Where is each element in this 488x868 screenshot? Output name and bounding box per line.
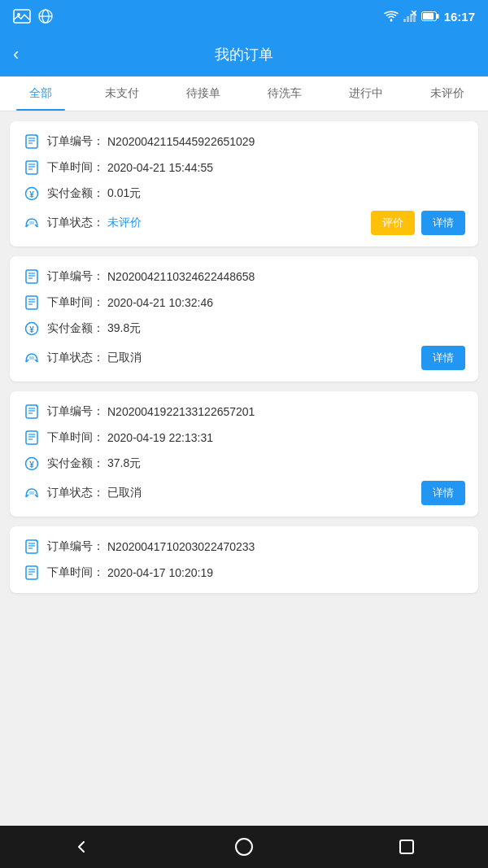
order-no-value-4: N2020041710203022470233 [107,540,255,553]
order-status-value-3: 已取消 [107,486,142,500]
order-row-time-3: 下单时间： 2020-04-19 22:13:31 [23,429,465,447]
battery-icon [421,11,439,21]
svg-text:¥: ¥ [29,460,34,469]
order-list: 订单编号： N2020042115445922651029 下单时间： 2020… [0,111,488,826]
order-time-value-4: 2020-04-17 10:20:19 [107,566,213,579]
tab-bar: 全部 未支付 待接单 待洗车 进行中 未评价 [0,76,488,111]
svg-rect-32 [26,296,37,309]
svg-rect-61 [400,840,413,853]
nav-back-button[interactable] [67,832,96,861]
status-bar-right: 16:17 [384,10,475,24]
status-bar: 16:17 [0,0,488,33]
order-row-time-2: 下单时间： 2020-04-21 10:32:46 [23,294,465,312]
order-amount-value-3: 37.8元 [107,456,141,471]
order-time-label-1: 下单时间： [47,160,104,175]
svg-rect-44 [26,431,37,444]
tab-pending-accept[interactable]: 待接单 [163,76,244,111]
order-row-status-1: 订单状态： 未评价 评价 详情 [23,211,465,235]
review-button-1[interactable]: 评价 [371,211,415,235]
order-no-label-3: 订单编号： [47,404,104,419]
order-time-label-3: 下单时间： [47,430,104,445]
svg-text:¥: ¥ [29,190,34,199]
tab-in-progress[interactable]: 进行中 [325,76,407,111]
time-display: 16:17 [444,10,475,24]
order-status-value-1: 未评价 [107,216,142,230]
nav-recent-icon [397,837,416,857]
order-amount-icon-2: ¥ [23,320,41,338]
order-no-label-1: 订单编号： [47,134,104,149]
order-status-value-2: 已取消 [107,351,142,365]
order-time-value-3: 2020-04-19 22:13:31 [107,431,213,444]
order-no-value-3: N2020041922133122657201 [107,405,255,418]
order-no-icon-3 [23,403,41,421]
order-row-no-3: 订单编号： N2020041922133122657201 [23,403,465,421]
order-row-time-4: 下单时间： 2020-04-17 10:20:19 [23,564,465,582]
detail-button-1[interactable]: 详情 [421,211,465,235]
nav-home-icon [234,837,254,857]
order-no-value-2: N2020042110324622448658 [107,270,255,283]
nav-recent-button[interactable] [392,832,421,861]
svg-rect-38 [29,356,34,360]
order-time-icon-4 [23,564,41,582]
order-amount-label-3: 实付金额： [47,456,104,471]
svg-rect-15 [26,135,37,148]
order-card-2: 订单编号： N2020042110324622448658 下单时间： 2020… [10,256,478,382]
order-actions-3: 详情 [421,481,465,505]
order-status-icon-2 [23,349,41,367]
order-time-label-4: 下单时间： [47,565,104,580]
globe-icon [37,8,54,24]
order-no-value-1: N2020042115445922651029 [107,135,255,148]
detail-button-2[interactable]: 详情 [421,346,465,370]
svg-rect-51 [26,540,37,553]
svg-rect-56 [26,566,37,579]
back-button[interactable]: ‹ [13,46,19,63]
svg-rect-13 [423,13,434,20]
order-row-amount-2: ¥ 实付金额： 39.8元 [23,320,465,338]
svg-rect-26 [29,221,34,225]
order-status-icon-1 [23,214,41,232]
order-row-time-1: 下单时间： 2020-04-21 15:44:55 [23,159,465,177]
svg-rect-6 [403,19,406,22]
order-row-status-2: 订单状态： 已取消 详情 [23,346,465,370]
svg-rect-39 [26,405,37,418]
order-card-3: 订单编号： N2020041922133122657201 下单时间： 2020… [10,391,478,517]
order-amount-icon-1: ¥ [23,185,41,203]
order-row-no-2: 订单编号： N2020042110324622448658 [23,268,465,286]
order-card-4: 订单编号： N2020041710203022470233 下单时间： 2020… [10,526,478,593]
svg-rect-0 [14,10,30,23]
svg-rect-20 [26,161,37,174]
nav-back-icon [72,837,91,857]
order-amount-label-2: 实付金额： [47,321,104,336]
tab-all[interactable]: 全部 [0,76,81,111]
tab-pending-wash[interactable]: 待洗车 [244,76,325,111]
tab-unreviewed[interactable]: 未评价 [407,76,488,111]
order-no-label-4: 订单编号： [47,539,104,554]
image-icon [13,9,31,24]
status-bar-left [13,8,54,24]
svg-rect-7 [407,16,409,22]
order-amount-value-1: 0.01元 [107,186,141,201]
svg-text:¥: ¥ [29,325,34,334]
order-no-icon-4 [23,538,41,556]
svg-point-5 [390,20,392,22]
svg-rect-27 [26,270,37,283]
order-row-amount-3: ¥ 实付金额： 37.8元 [23,455,465,473]
order-status-icon-3 [23,484,41,502]
tab-unpaid[interactable]: 未支付 [81,76,163,111]
order-time-value-1: 2020-04-21 15:44:55 [107,161,213,174]
header: ‹ 我的订单 [0,33,488,76]
order-time-icon-2 [23,294,41,312]
order-time-value-2: 2020-04-21 10:32:46 [107,296,213,309]
order-amount-icon-3: ¥ [23,455,41,473]
detail-button-3[interactable]: 详情 [421,481,465,505]
order-time-icon-1 [23,159,41,177]
nav-home-button[interactable] [229,832,259,861]
order-row-status-3: 订单状态： 已取消 详情 [23,481,465,505]
order-amount-label-1: 实付金额： [47,186,104,201]
order-time-icon-3 [23,429,41,447]
order-row-amount-1: ¥ 实付金额： 0.01元 [23,185,465,203]
svg-rect-14 [437,14,439,19]
order-amount-value-2: 39.8元 [107,321,141,336]
order-no-icon-1 [23,133,41,150]
order-row-no-4: 订单编号： N2020041710203022470233 [23,538,465,556]
